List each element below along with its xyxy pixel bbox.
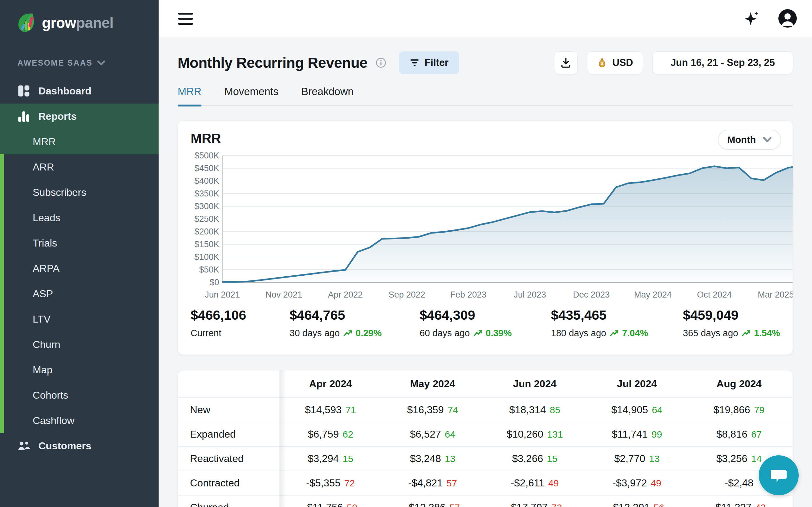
cell-count: 14	[751, 453, 762, 464]
stat-current: $466,106Current	[191, 308, 290, 338]
cell-amount: $2,770	[614, 453, 645, 464]
table-cell: $11,74199	[586, 429, 688, 440]
cell-amount: $16,359	[407, 404, 444, 415]
sidebar-item-cohorts[interactable]: Cohorts	[0, 383, 159, 408]
date-range-button[interactable]: Jun 16, 21 - Sep 23, 25	[653, 51, 793, 74]
row-label: New	[178, 404, 280, 416]
cell-amount: -$13,291	[610, 502, 650, 507]
y-axis-tick-label: $50K	[184, 265, 219, 275]
tab-movements[interactable]: Movements	[224, 86, 278, 105]
table-row-churned: Churned-$11,75650-$13,38657-$17,70772-$1…	[178, 495, 793, 507]
sidebar-item-label: Map	[33, 364, 52, 376]
cell-amount: $14,905	[611, 404, 648, 415]
row-label: Churned	[178, 502, 280, 507]
stat-label: 30 days ago	[290, 328, 340, 338]
cell-amount: $6,527	[410, 429, 441, 440]
table-cell: -$13,29156	[586, 502, 688, 507]
cell-count: 71	[345, 405, 356, 415]
chat-widget-button[interactable]	[759, 455, 799, 495]
currency-button[interactable]: $ USD	[587, 51, 643, 74]
cell-amount: $14,593	[305, 404, 342, 415]
cell-amount: $3,248	[410, 453, 441, 464]
sidebar-item-trials[interactable]: Trials	[0, 230, 159, 256]
cell-amount: $3,294	[308, 453, 339, 464]
sidebar-item-reports[interactable]: Reports	[0, 104, 159, 129]
sidebar-item-churn[interactable]: Churn	[0, 332, 159, 357]
chevron-down-icon	[763, 136, 772, 143]
chevron-down-icon	[97, 60, 105, 66]
sidebar-item-label: Dashboard	[38, 85, 91, 97]
sidebar-item-asp[interactable]: ASP	[0, 281, 159, 306]
x-axis-tick-label: Dec 2023	[564, 290, 618, 300]
stat-label: 365 days ago	[683, 328, 738, 338]
stat-change: 0.29%	[344, 328, 382, 338]
table-cell: $10,260131	[484, 429, 586, 440]
sidebar-item-label: ARPA	[33, 263, 60, 274]
tab-mrr[interactable]: MRR	[177, 86, 201, 105]
stat-label: 180 days ago	[551, 328, 606, 338]
table-cell: $6,52764	[382, 429, 484, 440]
cell-count: 64	[445, 429, 455, 440]
table-cell: -$11,33743	[688, 502, 790, 507]
sidebar-item-label: ARR	[33, 161, 54, 173]
cell-count: 15	[547, 453, 557, 464]
sidebar-item-arpa[interactable]: ARPA	[0, 256, 159, 281]
y-axis-tick-label: $0	[184, 278, 219, 287]
trend-up-icon	[344, 330, 353, 337]
table-cell: -$3,97249	[586, 477, 688, 489]
cell-count: 13	[649, 453, 659, 464]
sidebar-item-customers[interactable]: Customers	[0, 433, 159, 458]
table-cell: -$2,61149	[484, 477, 586, 489]
table-header-row: Apr 2024May 2024Jun 2024Jul 2024Aug 2024	[178, 371, 793, 397]
table-row-new: New$14,59371$16,35974$18,31485$14,90564$…	[178, 397, 793, 422]
y-axis-tick-label: $300K	[184, 202, 219, 211]
cell-count: 43	[755, 502, 766, 507]
filter-icon	[410, 58, 419, 67]
period-selector[interactable]: Month	[718, 130, 781, 150]
cell-count: 74	[448, 405, 458, 415]
menu-toggle-button[interactable]	[178, 13, 193, 25]
row-label: Contracted	[178, 477, 280, 489]
table-column-header: Apr 2024	[280, 378, 382, 390]
customers-icon	[17, 441, 30, 451]
sidebar-item-map[interactable]: Map	[0, 357, 159, 383]
cell-count: 72	[345, 478, 355, 488]
cell-amount: $8,816	[716, 429, 747, 440]
avatar[interactable]	[778, 9, 797, 27]
sidebar-item-dashboard[interactable]: Dashboard	[0, 78, 159, 104]
brand-name: growpanel	[42, 14, 113, 32]
table-cell: -$13,38657	[382, 502, 484, 507]
table-cell: -$5,35572	[280, 477, 382, 489]
workspace-name: AWESOME SAAS	[17, 58, 93, 67]
cell-amount: -$17,707	[507, 502, 548, 507]
table-cell: $8,81667	[688, 429, 790, 440]
stat-label: 60 days ago	[420, 328, 470, 338]
sidebar-item-cashflow[interactable]: Cashflow	[0, 408, 159, 433]
sidebar-item-label: MRR	[33, 136, 56, 148]
stat-value: $466,106	[191, 308, 290, 323]
sidebar-item-arr[interactable]: ARR	[0, 154, 159, 180]
cell-count: 15	[343, 453, 353, 464]
download-button[interactable]	[554, 51, 577, 74]
info-icon[interactable]	[375, 57, 386, 68]
main-content: Monthly Recurring Revenue Filter	[159, 38, 812, 507]
table-row-reactivated: Reactivated$3,29415$3,24813$3,26615$2,77…	[178, 446, 793, 470]
sparkles-ai-icon[interactable]	[742, 9, 761, 28]
sidebar-item-mrr[interactable]: MRR	[0, 129, 159, 154]
sidebar-item-ltv[interactable]: LTV	[0, 306, 159, 332]
cell-count: 49	[651, 478, 661, 488]
tab-breakdown[interactable]: Breakdown	[301, 86, 354, 105]
workspace-selector[interactable]: AWESOME SAAS	[0, 34, 159, 67]
sidebar-item-label: Subscribers	[33, 187, 86, 199]
table-cell: $14,59371	[280, 404, 382, 416]
filter-button[interactable]: Filter	[399, 51, 459, 74]
chart-title: MRR	[191, 131, 221, 146]
trend-up-icon	[610, 330, 619, 337]
cell-count: 49	[548, 478, 559, 488]
table-cell: -$11,75650	[280, 502, 382, 507]
cell-count: 64	[652, 405, 662, 415]
sidebar-item-leads[interactable]: Leads	[0, 205, 159, 230]
cell-count: 99	[652, 429, 662, 440]
report-tabs: MRRMovementsBreakdown	[177, 86, 793, 106]
sidebar-item-subscribers[interactable]: Subscribers	[0, 180, 159, 205]
